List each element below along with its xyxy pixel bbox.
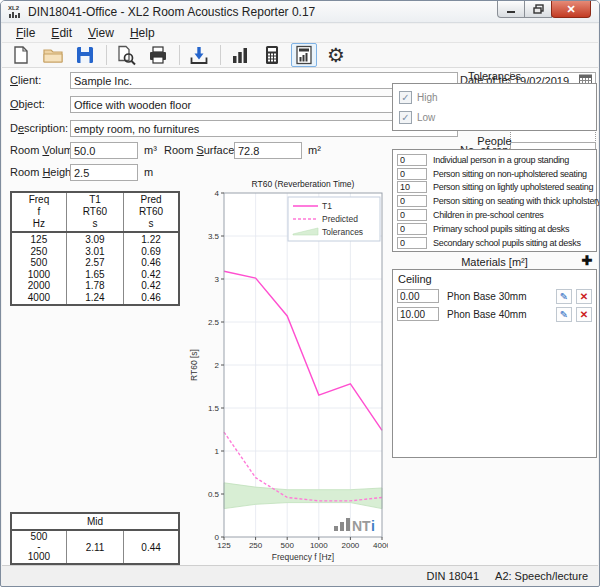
xl2-app-icon: XL2	[7, 4, 23, 19]
people-row: Person sitting on lightly upholstered se…	[393, 181, 596, 195]
settings-button[interactable]: ⚙	[323, 43, 349, 67]
material-row: Phon Base 30mm ✎ ✕	[393, 287, 596, 305]
bar-chart-icon	[229, 44, 251, 66]
status-standard: DIN 18041	[426, 570, 479, 582]
minimize-icon	[506, 5, 516, 14]
status-room-type: A2: Speech/lecture	[495, 570, 588, 582]
room-surface-input[interactable]	[234, 142, 302, 159]
mid-pred-cell: 0.44	[124, 530, 179, 564]
object-label: Object:	[10, 98, 45, 110]
import-download-icon	[188, 44, 210, 66]
print-button[interactable]	[145, 43, 171, 67]
people-title: People	[392, 135, 597, 147]
room-volume-unit: m³	[144, 144, 157, 156]
svg-text:125: 125	[217, 541, 231, 550]
rt60-chart-svg: 00.511.522.533.54125250500100020004000RT…	[188, 179, 388, 563]
pencil-icon: ✎	[560, 291, 568, 302]
main-content: Client: Date of test: Object: Image: Des…	[2, 68, 598, 565]
svg-text:4000: 4000	[373, 541, 388, 550]
material-area-input[interactable]	[397, 289, 439, 303]
svg-text:1000: 1000	[310, 541, 328, 550]
room-height-input[interactable]	[70, 164, 138, 181]
svg-text:1: 1	[215, 447, 220, 456]
people-count-input[interactable]	[397, 237, 427, 249]
high-checkbox-label: High	[417, 92, 438, 103]
people-row-label: Person sitting on seating with thick uph…	[433, 196, 600, 206]
new-document-button[interactable]	[8, 43, 34, 67]
svg-text:2.5: 2.5	[208, 318, 220, 327]
people-panel: Individual person in a group standing Pe…	[392, 149, 597, 252]
restore-icon	[533, 4, 544, 14]
svg-text:NT: NT	[352, 518, 371, 534]
people-count-input[interactable]	[397, 209, 427, 221]
freq-col-header: FreqfHz	[11, 192, 66, 232]
people-row: Primary school pupils sitting at desks	[393, 222, 596, 236]
bar-chart-button[interactable]	[227, 43, 253, 67]
svg-text:4: 4	[215, 189, 220, 198]
people-count-input[interactable]	[397, 223, 427, 235]
window-title: DIN18041-Office - XL2 Room Acoustics Rep…	[28, 5, 315, 19]
people-row-label: Person sitting on non-upholstered seatin…	[433, 169, 587, 179]
gear-icon: ⚙	[327, 45, 345, 65]
low-checkbox[interactable]: ✓	[399, 111, 412, 124]
close-icon: ✕	[566, 3, 575, 16]
edit-material-button[interactable]: ✎	[556, 307, 572, 322]
delete-x-icon: ✕	[580, 291, 588, 302]
menu-help[interactable]: Help	[122, 24, 163, 42]
delete-material-button[interactable]: ✕	[576, 307, 592, 322]
minimize-button[interactable]	[497, 1, 525, 18]
save-button[interactable]	[72, 43, 98, 67]
toolbar-separator	[220, 45, 221, 65]
svg-text:XL2: XL2	[8, 5, 20, 11]
title-bar[interactable]: XL2 DIN18041-Office - XL2 Room Acoustics…	[1, 1, 599, 23]
material-area-input[interactable]	[397, 307, 439, 321]
people-row-label: Person sitting on lightly upholstered se…	[433, 182, 593, 192]
room-volume-input[interactable]	[70, 142, 138, 159]
svg-text:2000: 2000	[342, 541, 360, 550]
menu-edit[interactable]: Edit	[43, 24, 80, 42]
people-row: Individual person in a group standing	[393, 153, 596, 167]
open-file-button[interactable]	[40, 43, 66, 67]
people-row-label: Primary school pupils sitting at desks	[433, 224, 569, 234]
calculator-button[interactable]	[259, 43, 285, 67]
close-button[interactable]: ✕	[551, 1, 591, 18]
report-button[interactable]	[291, 43, 317, 67]
people-count-input[interactable]	[397, 195, 427, 207]
materials-panel: Ceiling Phon Base 30mm ✎ ✕ Phon Base 40m…	[392, 269, 597, 458]
svg-text:3: 3	[215, 275, 220, 284]
people-count-input[interactable]	[397, 154, 427, 166]
people-row: Children in pre-school centres	[393, 208, 596, 222]
calculator-icon	[261, 44, 283, 66]
svg-text:0.5: 0.5	[208, 490, 220, 499]
material-name: Phon Base 30mm	[447, 291, 556, 302]
restore-button[interactable]	[524, 1, 552, 18]
pencil-icon: ✎	[560, 309, 568, 320]
tolerances-title: Tolerances	[392, 70, 597, 82]
svg-text:250: 250	[249, 541, 263, 550]
description-label: Description:	[10, 122, 68, 134]
import-measurement-button[interactable]	[186, 43, 212, 67]
menu-view[interactable]: View	[80, 24, 122, 42]
svg-text:1.5: 1.5	[208, 404, 220, 413]
window-controls: ✕	[498, 1, 591, 18]
status-bar: DIN 18041 A2: Speech/lecture	[2, 565, 598, 585]
mid-range-cell: 500-1000	[11, 530, 66, 564]
delete-material-button[interactable]: ✕	[576, 289, 592, 304]
people-count-input[interactable]	[397, 181, 427, 193]
mid-table-header: Mid	[11, 513, 179, 530]
people-count-input[interactable]	[397, 168, 427, 180]
checkmark-icon: ✓	[401, 92, 409, 103]
svg-text:Tolerances: Tolerances	[322, 227, 363, 237]
open-folder-icon	[42, 44, 64, 66]
menu-file[interactable]: File	[8, 24, 43, 42]
material-row: Phon Base 40mm ✎ ✕	[393, 305, 596, 323]
edit-material-button[interactable]: ✎	[556, 289, 572, 304]
pred-col-header: PredRT60s	[124, 192, 179, 232]
svg-text:Frequency f [Hz]: Frequency f [Hz]	[272, 552, 334, 562]
print-preview-button[interactable]	[113, 43, 139, 67]
add-material-button[interactable]: ✚	[579, 254, 595, 269]
high-checkbox[interactable]: ✓	[399, 91, 412, 104]
svg-text:RT60 [s]: RT60 [s]	[189, 349, 199, 381]
tolerances-panel: ✓ High ✓ Low	[392, 83, 597, 131]
delete-x-icon: ✕	[580, 309, 588, 320]
